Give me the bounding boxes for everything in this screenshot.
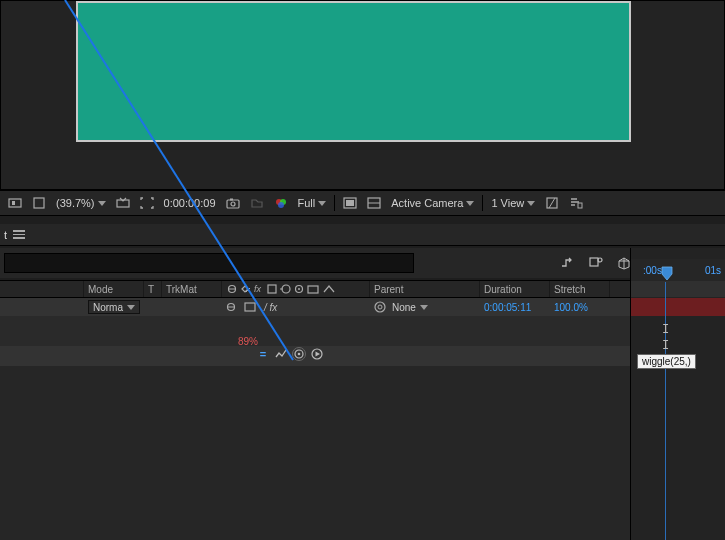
expression-language-icon[interactable] [310, 347, 324, 361]
comp-mini-icon[interactable] [587, 254, 605, 272]
collapse-icon[interactable] [244, 302, 256, 312]
parent-dropdown[interactable]: None [392, 302, 428, 313]
col-t[interactable]: T [144, 281, 162, 297]
timeline-search-row [0, 248, 725, 278]
svg-point-39 [378, 305, 382, 309]
shy-icon[interactable] [226, 302, 236, 312]
col-spacer [0, 281, 84, 297]
camera-value: Active Camera [391, 197, 463, 209]
fx-switch[interactable]: / fx [264, 302, 277, 313]
ruler-tick-1: 01s [705, 265, 721, 276]
panel-tab-label[interactable]: t [4, 229, 7, 241]
chevron-down-icon [420, 305, 428, 310]
roi-icon[interactable] [138, 195, 156, 211]
time-ruler[interactable]: :00s 01s [631, 259, 725, 281]
magnification-icon[interactable] [6, 195, 24, 211]
search-input[interactable] [4, 253, 414, 273]
layer-label-cell [0, 298, 84, 316]
text-cursor-icon: I [662, 338, 669, 352]
col-parent[interactable]: Parent [370, 281, 480, 297]
svg-rect-4 [227, 200, 239, 208]
svg-line-15 [549, 198, 555, 208]
chevron-down-icon [466, 201, 474, 206]
pickwhip-icon[interactable] [374, 301, 386, 313]
svg-rect-17 [590, 258, 598, 266]
chevron-down-icon [318, 201, 326, 206]
work-area-bar[interactable] [631, 281, 725, 297]
ratio-icon[interactable] [30, 195, 48, 211]
svg-point-9 [278, 202, 284, 208]
svg-rect-6 [230, 199, 233, 201]
text-cursor-icon: I [662, 322, 669, 336]
quality-value: Full [298, 197, 316, 209]
col-switches[interactable]: fx [222, 281, 370, 297]
channel-icon[interactable] [272, 195, 290, 211]
separator [334, 195, 335, 211]
resolution-down-icon[interactable] [114, 195, 132, 211]
zoom-value: (39.7%) [56, 197, 95, 209]
col-mode[interactable]: Mode [84, 281, 144, 297]
mode-dropdown[interactable]: Norma [88, 300, 140, 314]
svg-rect-29 [268, 285, 276, 293]
transparency-grid-icon[interactable] [341, 195, 359, 211]
svg-marker-43 [316, 352, 321, 357]
chevron-down-icon [527, 201, 535, 206]
playhead[interactable] [661, 266, 671, 280]
quality-dropdown[interactable]: Full [296, 197, 329, 209]
pixel-aspect-icon[interactable] [543, 195, 561, 211]
preview-footer: (39.7%) 0:00:00:09 Full Active Camera 1 … [0, 190, 725, 216]
camera-dropdown[interactable]: Active Camera [389, 197, 476, 209]
property-percent[interactable]: 89% [238, 336, 258, 347]
layer-bar[interactable] [631, 298, 725, 316]
composition-canvas[interactable] [76, 1, 631, 142]
svg-point-38 [375, 302, 385, 312]
chevron-down-icon [127, 305, 135, 310]
timeline-ruler-panel: :00s 01s I I wiggle(25,) [630, 248, 725, 540]
svg-point-18 [598, 258, 602, 262]
mode-cell[interactable]: Norma [84, 298, 144, 316]
svg-rect-1 [12, 201, 15, 205]
timeline-empty-area [0, 366, 630, 540]
view-dropdown[interactable]: 1 View [489, 197, 537, 209]
zoom-dropdown[interactable]: (39.7%) [54, 197, 108, 209]
svg-rect-34 [308, 286, 318, 293]
layer-row[interactable]: Norma / fx None 0:00:05:11 100.0% [0, 298, 725, 316]
parent-value: None [392, 302, 416, 313]
ruler-tick-0: :00s [643, 265, 662, 276]
col-trkmat[interactable]: TrkMat [162, 281, 222, 297]
svg-point-33 [298, 288, 300, 290]
parent-pick-icon[interactable] [559, 254, 577, 272]
current-time-indicator[interactable] [665, 282, 666, 540]
snapshot-icon[interactable] [224, 195, 242, 211]
panel-menu-icon[interactable] [13, 230, 25, 239]
expression-field[interactable]: wiggle(25,) [637, 354, 696, 369]
svg-point-41 [298, 353, 301, 356]
parent-cell[interactable]: None [370, 298, 480, 316]
expression-graph-icon[interactable] [274, 347, 288, 361]
mask-icon[interactable] [365, 195, 383, 211]
switches-cell[interactable]: / fx [222, 298, 370, 316]
svg-rect-2 [34, 198, 44, 208]
property-row[interactable]: 89% = [0, 346, 630, 366]
chevron-down-icon [98, 201, 106, 206]
timeline-panel-tab: t [0, 224, 725, 246]
stretch-value[interactable]: 100.0% [550, 298, 610, 316]
duration-value[interactable]: 0:00:05:11 [480, 298, 550, 316]
col-duration[interactable]: Duration [480, 281, 550, 297]
layer-sub-band [0, 316, 630, 346]
t-cell [144, 298, 162, 316]
view-value: 1 View [491, 197, 524, 209]
expression-enable-icon[interactable]: = [256, 347, 270, 361]
svg-point-30 [282, 285, 290, 293]
svg-rect-37 [245, 303, 255, 311]
separator [482, 195, 483, 211]
svg-rect-16 [578, 203, 582, 208]
mode-value: Norma [93, 302, 123, 313]
fast-preview-icon[interactable] [567, 195, 585, 211]
preview-pane [0, 0, 725, 190]
show-snapshot-icon[interactable] [248, 195, 266, 211]
svg-point-5 [231, 202, 235, 206]
current-time[interactable]: 0:00:00:09 [162, 197, 218, 209]
expression-pickwhip-icon[interactable] [292, 347, 306, 361]
col-stretch[interactable]: Stretch [550, 281, 610, 297]
